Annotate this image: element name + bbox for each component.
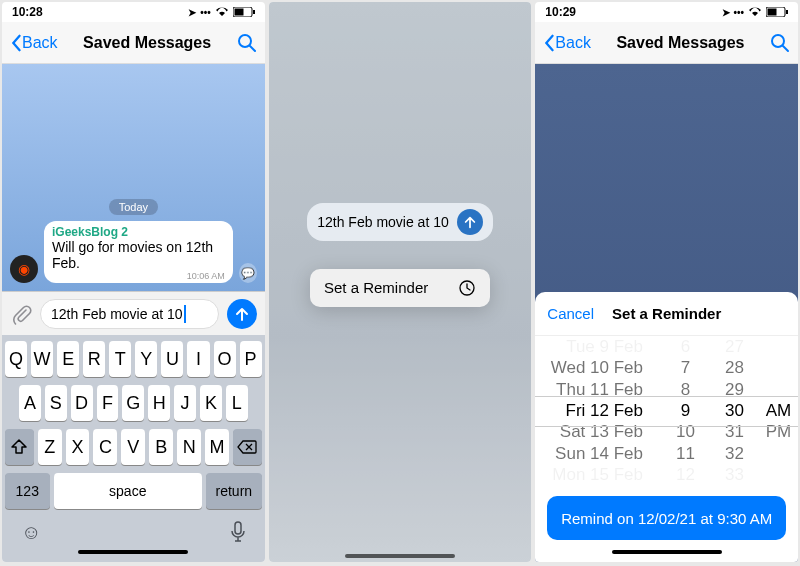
datetime-picker[interactable]: Tue 9 Feb Wed 10 Feb Thu 11 Feb Fri 12 F… (535, 336, 798, 486)
svg-point-3 (239, 35, 251, 47)
key-a[interactable]: A (19, 385, 41, 421)
key-b[interactable]: B (149, 429, 173, 465)
key-e[interactable]: E (57, 341, 79, 377)
picker-item-selected[interactable]: AM (766, 400, 792, 421)
comments-icon[interactable]: 💬 (239, 263, 257, 283)
picker-item[interactable]: 32 (725, 443, 744, 464)
key-return[interactable]: return (206, 473, 262, 509)
picker-ampm-column[interactable]: . . . AM PM . . (759, 336, 798, 486)
picker-item[interactable]: 7 (681, 357, 690, 378)
key-l[interactable]: L (226, 385, 248, 421)
message-sender: iGeeksBlog 2 (52, 225, 225, 239)
page-title: Saved Messages (616, 34, 744, 52)
key-s[interactable]: S (45, 385, 67, 421)
picker-item[interactable]: 29 (725, 379, 744, 400)
picker-hour-column[interactable]: 6 7 8 9 10 11 12 (661, 336, 710, 486)
home-indicator[interactable] (612, 550, 722, 554)
key-t[interactable]: T (109, 341, 131, 377)
key-p[interactable]: P (240, 341, 262, 377)
confirm-reminder-button[interactable]: Remind on 12/02/21 at 9:30 AM (547, 496, 786, 540)
avatar[interactable]: ◉ (10, 255, 38, 283)
picker-item[interactable]: 27 (725, 336, 744, 357)
svg-point-10 (772, 35, 784, 47)
key-y[interactable]: Y (135, 341, 157, 377)
message-input[interactable]: 12th Feb movie at 10 (40, 299, 219, 329)
key-space[interactable]: space (54, 473, 202, 509)
key-h[interactable]: H (148, 385, 170, 421)
status-bar: 10:29 ➤ ••• (535, 2, 798, 22)
picker-date-column[interactable]: Tue 9 Feb Wed 10 Feb Thu 11 Feb Fri 12 F… (535, 336, 661, 486)
key-x[interactable]: X (66, 429, 90, 465)
send-button[interactable] (457, 209, 483, 235)
cancel-button[interactable]: Cancel (547, 305, 594, 322)
message-bubble[interactable]: iGeeksBlog 2 Will go for movies on 12th … (44, 221, 233, 283)
key-d[interactable]: D (71, 385, 93, 421)
picker-item[interactable]: Tue 9 Feb (566, 336, 643, 357)
nav-bar: Back Saved Messages (2, 22, 265, 64)
key-m[interactable]: M (205, 429, 229, 465)
key-123[interactable]: 123 (5, 473, 50, 509)
picker-item-selected[interactable]: 30 (725, 400, 744, 421)
picker-item[interactable]: Wed 10 Feb (551, 357, 643, 378)
set-reminder-menu-item[interactable]: Set a Reminder (310, 269, 490, 307)
picker-item[interactable]: 8 (681, 379, 690, 400)
send-button[interactable] (227, 299, 257, 329)
key-r[interactable]: R (83, 341, 105, 377)
picker-item[interactable]: 10 (676, 422, 695, 443)
message-text: Will go for movies on 12th Feb. (52, 239, 225, 271)
key-v[interactable]: V (121, 429, 145, 465)
picker-item[interactable]: 12 (676, 465, 695, 486)
key-c[interactable]: C (93, 429, 117, 465)
kbd-row-3: Z X C V B N M (5, 429, 262, 465)
back-button[interactable]: Back (10, 34, 58, 52)
clock-icon (458, 279, 476, 297)
picker-item[interactable]: Thu 11 Feb (556, 379, 643, 400)
key-delete[interactable] (233, 429, 262, 465)
picker-item-selected[interactable]: 9 (681, 400, 690, 421)
svg-rect-2 (253, 10, 255, 14)
picker-item[interactable]: Sat 13 Feb (560, 422, 643, 443)
picker-minute-column[interactable]: 27 28 29 30 31 32 33 (710, 336, 759, 486)
back-button[interactable]: Back (543, 34, 591, 52)
kbd-row-2: A S D F G H J K L (5, 385, 262, 421)
key-i[interactable]: I (187, 341, 209, 377)
key-u[interactable]: U (161, 341, 183, 377)
back-label: Back (22, 34, 58, 52)
picker-item[interactable]: 11 (676, 443, 695, 464)
key-z[interactable]: Z (38, 429, 62, 465)
key-q[interactable]: Q (5, 341, 27, 377)
picker-item[interactable]: Mon 15 Feb (552, 465, 643, 486)
attach-button[interactable] (10, 303, 32, 325)
emoji-button[interactable]: ☺ (21, 521, 41, 544)
status-time: 10:28 (12, 5, 43, 19)
svg-rect-1 (234, 9, 243, 16)
key-o[interactable]: O (214, 341, 236, 377)
location-icon: ➤ (722, 7, 730, 18)
dictate-button[interactable] (230, 521, 246, 544)
key-j[interactable]: J (174, 385, 196, 421)
key-f[interactable]: F (97, 385, 119, 421)
picker-item[interactable]: 31 (725, 422, 744, 443)
location-icon: ➤ (188, 7, 196, 18)
key-n[interactable]: N (177, 429, 201, 465)
draft-message-preview: 12th Feb movie at 10 (307, 203, 493, 241)
menu-label: Set a Reminder (324, 279, 428, 296)
search-button[interactable] (770, 33, 790, 53)
picker-item[interactable]: 6 (681, 336, 690, 357)
search-button[interactable] (237, 33, 257, 53)
message-time: 10:06 AM (52, 271, 225, 281)
signal-icon: ••• (200, 7, 211, 18)
back-label: Back (555, 34, 591, 52)
picker-item[interactable]: Sun 14 Feb (555, 443, 643, 464)
key-w[interactable]: W (31, 341, 53, 377)
key-shift[interactable] (5, 429, 34, 465)
key-k[interactable]: K (200, 385, 222, 421)
picker-item[interactable]: 33 (725, 465, 744, 486)
picker-item[interactable]: 28 (725, 357, 744, 378)
picker-item-selected[interactable]: Fri 12 Feb (566, 400, 643, 421)
picker-item[interactable]: PM (766, 422, 792, 443)
key-g[interactable]: G (122, 385, 144, 421)
nav-bar: Back Saved Messages (535, 22, 798, 64)
home-indicator[interactable] (78, 550, 188, 554)
status-icons: ➤ ••• (188, 7, 255, 18)
